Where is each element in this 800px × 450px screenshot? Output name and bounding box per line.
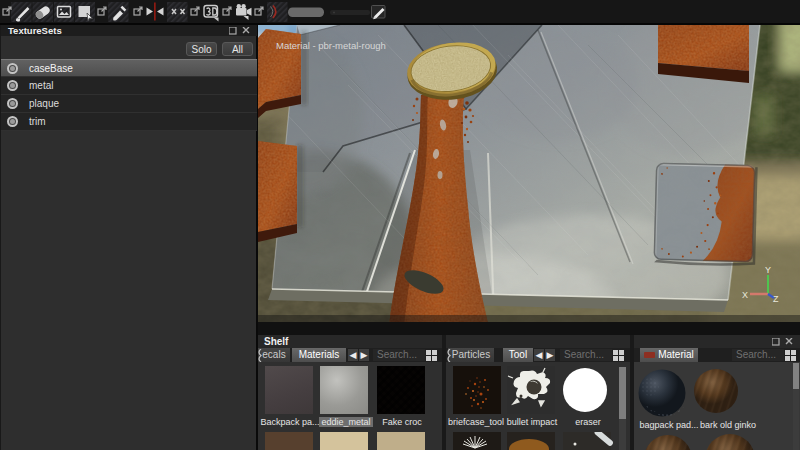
svg-text:X: X xyxy=(742,290,748,300)
svg-text:Material - pbr-metal-rough: Material - pbr-metal-rough xyxy=(276,40,386,51)
svg-text:Y: Y xyxy=(765,265,771,275)
svg-text:Z: Z xyxy=(773,294,779,304)
